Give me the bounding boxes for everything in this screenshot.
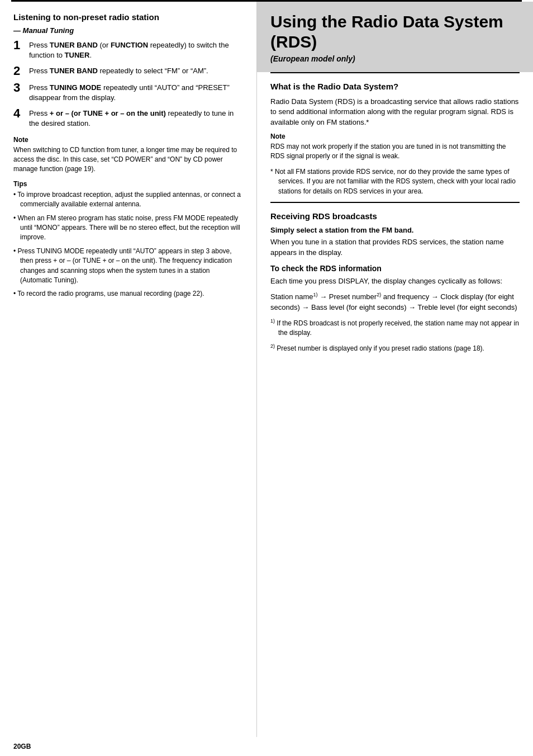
tip-2: When an FM stereo program has static noi… xyxy=(13,214,243,243)
manual-tuning-label: — Manual Tuning xyxy=(13,26,243,35)
step-4-text: Press + or – (or TUNE + or – on the unit… xyxy=(29,108,243,129)
receiving-title: Receiving RDS broadcasts xyxy=(270,211,520,222)
step-1-text: Press TUNER BAND (or FUNCTION repeatedly… xyxy=(29,40,243,60)
step-1-num: 1 xyxy=(13,39,29,51)
tip-1: To improve broadcast reception, adjust t… xyxy=(13,190,243,210)
what-is-body: Radio Data System (RDS) is a broadcastin… xyxy=(270,97,520,129)
rds-note-text: RDS may not work properly if the station… xyxy=(270,142,520,162)
simply-body: When you tune in a station that provides… xyxy=(270,237,520,258)
footnote-1: 1) If the RDS broadcast is not properly … xyxy=(270,318,520,338)
rds-title: Using the Radio Data System (RDS) xyxy=(270,12,520,52)
left-column: Listening to non-preset radio station — … xyxy=(0,2,257,737)
right-column: Using the Radio Data System (RDS) (Europ… xyxy=(257,2,533,737)
what-is-title: What is the Radio Data System? xyxy=(270,81,520,92)
step-3-text: Press TUNING MODE repeatedly until “AUTO… xyxy=(29,83,243,103)
simply-bold: Simply select a station from the FM band… xyxy=(270,226,520,234)
footnotes-section: 1) If the RDS broadcast is not properly … xyxy=(257,318,533,353)
to-check-title: To check the RDS information xyxy=(270,264,520,273)
tip-3: Press TUNING MODE repeatedly until “AUTO… xyxy=(13,247,243,286)
note-text: When switching to CD function from tuner… xyxy=(13,145,243,174)
left-section-title: Listening to non-preset radio station xyxy=(13,12,243,23)
content-area: Listening to non-preset radio station — … xyxy=(0,2,533,737)
step-4: 4 Press + or – (or TUNE + or – on the un… xyxy=(13,108,243,129)
what-is-section: What is the Radio Data System? Radio Dat… xyxy=(257,73,533,196)
step-2-text: Press TUNER BAND repeatedly to select “F… xyxy=(29,66,208,76)
tips-label: Tips xyxy=(13,180,243,188)
page-number: 20GB xyxy=(0,737,533,756)
step-4-num: 4 xyxy=(13,107,29,120)
numbered-steps: 1 Press TUNER BAND (or FUNCTION repeated… xyxy=(13,40,243,129)
step-1: 1 Press TUNER BAND (or FUNCTION repeated… xyxy=(13,40,243,60)
note-label: Note xyxy=(13,136,243,144)
rds-subtitle: (European model only) xyxy=(270,54,520,63)
rds-footnote-star: * Not all FM stations provide RDS servic… xyxy=(270,167,520,196)
step-2: 2 Press TUNER BAND repeatedly to select … xyxy=(13,66,243,77)
rds-header: Using the Radio Data System (RDS) (Europ… xyxy=(257,2,533,72)
step-2-num: 2 xyxy=(13,65,29,77)
footnote-2: 2) Preset number is displayed only if yo… xyxy=(270,343,520,353)
page: Listening to non-preset radio station — … xyxy=(0,0,533,756)
rds-note-label: Note xyxy=(270,133,520,140)
step-3: 3 Press TUNING MODE repeatedly until “AU… xyxy=(13,83,243,103)
step-3-num: 3 xyxy=(13,82,29,94)
tips-list: To improve broadcast reception, adjust t… xyxy=(13,190,243,299)
receiving-section: Receiving RDS broadcasts Simply select a… xyxy=(257,203,533,313)
to-check-body2: Station name1) → Preset number2) and fre… xyxy=(270,291,520,313)
to-check-body1: Each time you press DISPLAY, the display… xyxy=(270,276,520,287)
tip-4: To record the radio programs, use manual… xyxy=(13,289,243,299)
